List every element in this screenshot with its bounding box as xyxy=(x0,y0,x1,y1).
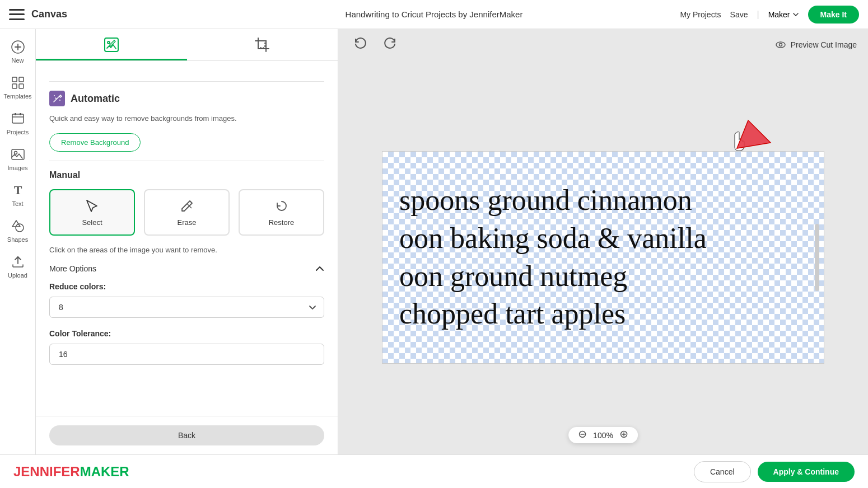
panel-content: Automatic Quick and easy way to remove b… xyxy=(36,61,338,416)
svg-rect-9 xyxy=(15,113,16,115)
edit-image-tab-icon xyxy=(104,37,119,53)
svg-point-19 xyxy=(54,95,55,96)
my-projects-link[interactable]: My Projects xyxy=(680,10,721,19)
remove-background-button[interactable]: Remove Background xyxy=(49,133,141,152)
canvas-text-line-3: oon ground nutmeg xyxy=(399,257,807,295)
svg-rect-5 xyxy=(12,84,17,88)
sidebar-item-new[interactable]: New xyxy=(0,34,35,69)
nav-logo: Canvas xyxy=(31,8,67,20)
restore-tool-button[interactable]: Restore xyxy=(239,189,324,236)
reduce-colors-label: Reduce colors: xyxy=(49,282,324,291)
bottom-bar: JENNIFER MAKER Cancel Apply & Continue xyxy=(0,454,868,488)
sidebar-item-label: New xyxy=(11,57,24,64)
panel-tabs xyxy=(36,29,338,61)
sidebar-item-templates[interactable]: Templates xyxy=(0,69,35,105)
svg-text:T: T xyxy=(13,183,22,197)
images-icon xyxy=(10,147,26,162)
upload-icon xyxy=(10,254,26,270)
canvas-toolbar: Preview Cut Image xyxy=(338,29,868,60)
svg-point-20 xyxy=(59,100,60,101)
reduce-colors-select[interactable]: 8 4 16 32 64 xyxy=(49,297,324,318)
select-icon xyxy=(85,198,100,214)
erase-tool-button[interactable]: Erase xyxy=(144,189,230,236)
color-tolerance-section: Color Tolerance: xyxy=(49,329,324,365)
tab-crop[interactable] xyxy=(187,29,338,60)
svg-marker-24 xyxy=(737,120,771,148)
tab-edit-image[interactable] xyxy=(36,29,187,60)
zoom-in-icon xyxy=(620,430,628,438)
canvas-text-content: spoons ground cinnamon oon baking soda &… xyxy=(382,152,824,363)
svg-point-17 xyxy=(108,41,110,44)
erase-icon xyxy=(179,198,195,214)
sidebar-item-label: Templates xyxy=(3,93,31,100)
sidebar-item-images[interactable]: Images xyxy=(0,141,35,177)
wand-icon xyxy=(52,93,62,104)
reduce-colors-select-wrapper: 8 4 16 32 64 xyxy=(49,297,324,318)
sidebar-item-label: Shapes xyxy=(7,236,28,243)
canvas-text-line-2: oon baking soda & vanilla xyxy=(399,219,807,257)
cancel-button[interactable]: Cancel xyxy=(694,461,751,482)
color-tolerance-label: Color Tolerance: xyxy=(49,329,324,338)
maker-dropdown[interactable]: Maker xyxy=(768,10,799,19)
brand-maker: MAKER xyxy=(80,464,129,480)
canvas-toolbar-left xyxy=(349,35,401,54)
automatic-title: Automatic xyxy=(71,93,120,105)
select-tool-button[interactable]: Select xyxy=(49,189,135,236)
svg-rect-10 xyxy=(20,113,21,115)
color-tolerance-input[interactable] xyxy=(49,344,324,365)
more-options-label: More Options xyxy=(49,264,96,273)
sidebar-item-label: Images xyxy=(7,165,27,171)
svg-point-12 xyxy=(14,152,17,154)
sidebar-item-label: Text xyxy=(12,200,23,207)
main-layout: New Templates Projects Images T Text xyxy=(0,29,868,454)
projects-icon xyxy=(10,111,26,126)
canvas-scrollbar[interactable] xyxy=(815,224,819,291)
zoom-in-button[interactable] xyxy=(618,430,630,440)
panel-footer: Back xyxy=(36,416,338,454)
sidebar-item-upload[interactable]: Upload xyxy=(0,248,35,284)
automatic-icon xyxy=(49,91,65,106)
plus-icon xyxy=(10,39,26,55)
canvas-viewport[interactable]: spoons ground cinnamon oon baking soda &… xyxy=(338,60,868,454)
templates-icon xyxy=(10,75,26,91)
svg-rect-6 xyxy=(19,84,24,88)
canvas-area: Preview Cut Image spoons ground cinnamon… xyxy=(338,29,868,454)
automatic-header: Automatic xyxy=(49,91,324,106)
more-options-toggle[interactable]: More Options xyxy=(49,264,324,273)
svg-rect-18 xyxy=(258,41,265,48)
chevron-up-icon xyxy=(315,264,324,273)
sidebar-item-shapes[interactable]: Shapes xyxy=(0,213,35,248)
canvas-text-line-1: spoons ground cinnamon xyxy=(399,181,807,219)
sidebar-item-label: Projects xyxy=(7,129,29,135)
zoom-value: 100% xyxy=(593,431,613,440)
preview-cut-image-button[interactable]: Preview Cut Image xyxy=(775,39,857,50)
icon-sidebar: New Templates Projects Images T Text xyxy=(0,29,36,454)
zoom-out-button[interactable] xyxy=(576,430,589,440)
restore-icon xyxy=(274,198,290,214)
hamburger-menu[interactable] xyxy=(9,9,25,20)
apply-continue-button[interactable]: Apply & Continue xyxy=(758,462,855,482)
nav-separator: | xyxy=(757,10,759,20)
manual-tools: Select Erase Restore xyxy=(49,189,324,236)
undo-button[interactable] xyxy=(349,35,371,54)
text-icon: T xyxy=(10,182,26,198)
back-button[interactable]: Back xyxy=(49,425,324,445)
svg-rect-7 xyxy=(12,114,24,123)
svg-rect-4 xyxy=(19,77,24,82)
reduce-colors-section: Reduce colors: 8 4 16 32 64 xyxy=(49,282,324,318)
svg-rect-3 xyxy=(12,77,17,82)
make-it-button[interactable]: Make It xyxy=(808,6,859,24)
select-tool-label: Select xyxy=(82,218,102,227)
redo-button[interactable] xyxy=(380,35,401,54)
eye-icon xyxy=(775,39,786,50)
save-link[interactable]: Save xyxy=(730,10,748,19)
crop-tab-icon xyxy=(254,37,270,53)
zoom-out-icon xyxy=(578,430,586,438)
svg-point-22 xyxy=(776,42,785,48)
sidebar-item-projects[interactable]: Projects xyxy=(0,105,35,141)
sidebar-item-label: Upload xyxy=(8,272,27,279)
manual-title: Manual xyxy=(49,170,324,180)
brand-logo: JENNIFER MAKER xyxy=(13,464,129,480)
hand-cursor-icon xyxy=(730,132,748,152)
sidebar-item-text[interactable]: T Text xyxy=(0,177,35,213)
